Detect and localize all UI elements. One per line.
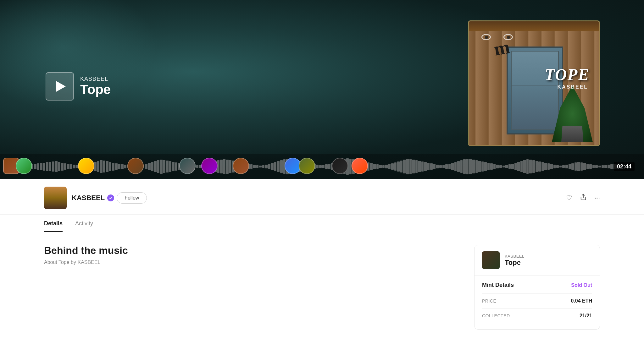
waveform-bar <box>274 162 277 171</box>
waveform-bar <box>49 162 52 171</box>
waveform-bar <box>106 161 108 172</box>
waveform-bar <box>283 159 286 174</box>
artist-left: KASBEEL Follow <box>44 187 147 209</box>
more-button[interactable]: ··· <box>594 194 600 202</box>
waveform-bar <box>466 159 469 174</box>
waveform-bar <box>445 164 448 169</box>
waveform-bar <box>499 165 502 168</box>
waveform-bar <box>31 164 34 169</box>
waveform-bar <box>148 163 151 170</box>
waveform-bar <box>475 160 478 173</box>
waveform-bar <box>331 163 334 170</box>
waveform-bar <box>46 162 48 171</box>
waveform-bar <box>367 162 370 171</box>
waveform-bar <box>256 165 259 168</box>
waveform-bar <box>583 163 586 170</box>
waveform-bar <box>70 164 73 169</box>
share-button[interactable] <box>580 194 587 202</box>
waveform-bar <box>217 160 220 173</box>
waveform-bar <box>211 162 214 171</box>
waveform-bar <box>340 160 343 173</box>
waveform-bar <box>112 163 114 171</box>
mint-album-thumb <box>482 251 500 269</box>
waveform-bar <box>481 161 484 172</box>
waveform-bar <box>536 161 538 172</box>
waveform-bar <box>547 163 550 170</box>
waveform-bar <box>406 159 409 174</box>
waveform-bar <box>262 165 265 168</box>
waveform-bar <box>160 160 163 174</box>
waveform-bar <box>34 164 36 169</box>
waveform-bar <box>373 164 376 169</box>
waveform-bar <box>355 160 358 173</box>
waveform-bar <box>575 162 577 171</box>
waveform-bar <box>142 165 145 168</box>
waveform-bar <box>469 159 472 174</box>
waveform-bar <box>310 163 313 170</box>
waveform-bar <box>556 165 559 168</box>
waveform-bar <box>154 161 157 172</box>
waveform-bar <box>52 161 54 172</box>
waveform-bar <box>292 160 295 173</box>
mint-header: KASBEEL Tope <box>475 245 600 276</box>
waveform-bar <box>286 159 289 174</box>
waveform-bar <box>202 164 205 169</box>
waveform-bar <box>82 165 85 168</box>
waveform-bar <box>157 160 160 173</box>
waveform-bar <box>205 164 208 169</box>
waveform-bar <box>325 164 328 169</box>
plant-pot <box>561 126 583 142</box>
waveform-bar <box>25 165 28 168</box>
waveform-bar <box>277 161 280 172</box>
waveform-bar <box>328 164 331 169</box>
waveform-bar <box>118 164 121 169</box>
waveform-bar <box>394 162 397 171</box>
waveform-bar <box>487 163 490 170</box>
waveform-bar <box>133 166 136 167</box>
waveform-bar <box>397 161 400 172</box>
action-icons: ♡ ··· <box>566 194 600 202</box>
waveform-bar <box>427 163 430 170</box>
waveform-section[interactable]: 02:44 <box>0 154 644 179</box>
waveform-bar <box>391 163 394 170</box>
waveform-bar <box>602 165 604 168</box>
section-subtitle: About Tope by KASBEEL <box>44 260 462 265</box>
tab-details[interactable]: Details <box>44 215 63 232</box>
waveform-bar <box>565 165 568 168</box>
waveform-bar <box>73 165 75 168</box>
follow-button[interactable]: Follow <box>117 192 147 204</box>
collected-label: COLLECTED <box>482 313 510 318</box>
waveform-bar <box>559 166 562 167</box>
play-button[interactable] <box>46 72 74 101</box>
waveform-bar <box>175 162 178 171</box>
waveform-bar <box>265 165 268 168</box>
waveform-bar <box>409 159 412 174</box>
price-value: 0.04 ETH <box>571 298 592 304</box>
like-button[interactable]: ♡ <box>566 194 572 202</box>
waveform-bar <box>400 161 403 172</box>
waveform-bar <box>460 160 463 173</box>
waveform-bar <box>136 165 139 168</box>
waveform-bar <box>196 165 199 168</box>
waveform-bar <box>64 163 67 170</box>
waveform-bar <box>214 161 217 172</box>
mint-price-field: PRICE 0.04 ETH <box>482 293 592 308</box>
waveform-bar <box>97 161 100 172</box>
tab-activity[interactable]: Activity <box>75 215 93 232</box>
mint-sidebar: KASBEEL Tope Mint Details Sold Out PRICE… <box>474 245 600 330</box>
waveform-bar <box>199 165 202 168</box>
collected-value: 21/21 <box>580 313 592 319</box>
mint-track-info: KASBEEL Tope <box>505 254 525 267</box>
waveform-bar <box>571 163 574 170</box>
album-artist-text: KASBEEL <box>558 84 588 90</box>
waveform-bar <box>139 165 142 168</box>
waveform-bar <box>295 160 298 173</box>
waveform-bar <box>379 165 382 168</box>
waveform-bar <box>172 162 175 171</box>
waveform-bar <box>523 160 526 173</box>
waveform-bar <box>514 163 517 170</box>
verified-badge <box>107 194 114 201</box>
album-art-container: m TOPE KASBEEL <box>468 20 600 146</box>
waveform-bar <box>280 160 283 173</box>
waveform-bar <box>532 160 535 173</box>
